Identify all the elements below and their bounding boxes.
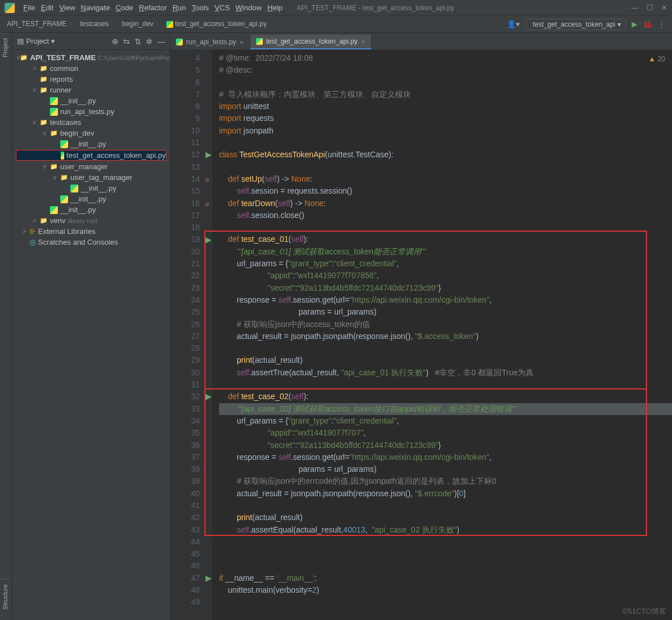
inspection-summary[interactable]: ▲ 20 [649,53,665,65]
tree-item[interactable]: v📁runner [12,85,170,95]
editor-tab[interactable]: test_get_access_token_api.py× [250,35,372,49]
tree-item[interactable]: __init__.py [12,95,170,106]
warning-icon: ▲ [649,53,656,65]
run-config-selector[interactable]: test_get_access_token_api ▾ [526,19,626,30]
collapse-icon[interactable]: ⇅ [135,37,141,46]
tree-item[interactable]: __init__.py [12,139,170,149]
line-gutter[interactable]: 4567891011121314151617181920212223242526… [170,50,204,620]
tree-item[interactable]: >📁venvlibrary root [12,215,170,226]
python-icon [166,21,173,28]
close-tab-icon[interactable]: × [240,38,244,47]
project-tree[interactable]: v📁API_TEST_FRAMEC:\Users\Jeff\PycharmPro… [12,50,170,620]
menu-code[interactable]: Code [113,3,136,12]
source-code[interactable]: ▲ 20 # @time: 2022/7/24 18:08# @desc:# 导… [212,50,672,620]
project-sidebar: ▤ Project ▾ ⊕ ⇆ ⇅ ✲ — v📁API_TEST_FRAMEC:… [12,33,170,620]
menu-run[interactable]: Run [170,3,189,12]
menu-file[interactable]: File [20,3,38,12]
menu-refactor[interactable]: Refactor [136,3,170,12]
editor-area: run_api_tests.py×test_get_access_token_a… [170,33,672,620]
tree-item[interactable]: test_get_access_token_api.py [16,150,166,161]
locate-icon[interactable]: ⊕ [112,37,119,46]
structure-tool-tab[interactable]: Structure [0,579,10,614]
gear-icon[interactable]: ✲ [146,37,153,46]
code-editor[interactable]: 4567891011121314151617181920212223242526… [170,50,672,620]
menu-tools[interactable]: Tools [189,3,212,12]
tree-root[interactable]: v📁API_TEST_FRAMEC:\Users\Jeff\PycharmPro [12,52,170,63]
tree-item[interactable]: >📁common [12,63,170,74]
tree-item[interactable]: __init__.py [12,183,170,194]
folder-icon: ▤ [17,37,24,45]
menu-window[interactable]: Window [233,3,264,12]
watermark: ©51CTO博客 [623,606,666,617]
menu-help[interactable]: Help [264,3,285,12]
menu-vcs[interactable]: VCS [212,3,233,12]
hide-icon[interactable]: — [157,37,165,46]
close-icon[interactable]: ✕ [661,3,667,12]
left-tool-stripe: Project Structure [0,33,12,620]
expand-icon[interactable]: ⇆ [123,37,130,46]
project-tool-tab[interactable]: Project [0,33,10,62]
tree-item[interactable]: >⊪External Libraries [12,226,170,237]
menu-navigate[interactable]: Navigate [78,3,112,12]
tree-item[interactable]: 📁reports [12,74,170,85]
tree-item[interactable]: run_api_tests.py [12,106,170,117]
debug-button[interactable]: 🐞 [643,20,652,28]
tree-item[interactable]: v📁begin_dev [12,128,170,139]
editor-tab[interactable]: run_api_tests.py× [170,35,250,49]
app-logo-icon [5,3,15,13]
tree-item[interactable]: __init__.py [12,204,170,215]
nav-bar: API_TEST_FRAME〉 testcases〉 begin_dev〉 te… [0,16,672,33]
window-title: API_TEST_FRAME - test_get_access_token_a… [297,4,454,12]
minimize-icon[interactable]: — [631,3,639,12]
tree-item[interactable]: v📁user_tag_manager [12,172,170,183]
tree-item[interactable]: __init__.py [12,194,170,204]
more-actions-icon[interactable]: ⋮ [658,20,665,28]
breadcrumb[interactable]: API_TEST_FRAME〉 testcases〉 begin_dev〉 te… [7,19,267,29]
tree-item[interactable]: v📁user_manager [12,161,170,172]
menu-edit[interactable]: Edit [38,3,56,12]
gutter-marks: ▶▶▶▶oo [204,50,212,620]
close-tab-icon[interactable]: × [361,37,366,46]
project-view-selector[interactable]: ▤ Project ▾ [17,37,55,45]
menu-bar: FileEditViewNavigateCodeRefactorRunTools… [0,0,672,16]
chevron-down-icon: ▾ [618,20,621,28]
run-button[interactable]: ▶ [632,20,637,28]
editor-tabs: run_api_tests.py×test_get_access_token_a… [170,33,672,50]
menu-view[interactable]: View [56,3,78,12]
tree-item[interactable]: v📁testcases [12,117,170,128]
maximize-icon[interactable]: ☐ [646,3,653,12]
chevron-down-icon: ▾ [51,37,55,45]
user-icon[interactable]: 👤▾ [507,20,520,28]
tree-item[interactable]: ◎Scratches and Consoles [12,237,170,248]
